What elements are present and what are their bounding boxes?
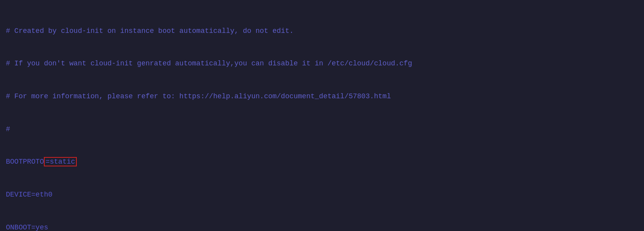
- onboot-line: ONBOOT=yes: [6, 222, 638, 231]
- code-editor: # Created by cloud-init on instance boot…: [6, 4, 638, 231]
- comment-line-1: # Created by cloud-init on instance boot…: [6, 26, 638, 37]
- device-line: DEVICE=eth0: [6, 189, 638, 200]
- comment-line-4: #: [6, 124, 638, 135]
- bootproto-line: BOOTPROTO=static: [6, 157, 638, 168]
- bootproto-highlight: =static: [44, 157, 77, 166]
- bootproto-key: BOOTPROTO: [6, 158, 44, 166]
- comment-line-2: # If you don't want cloud-init genrated …: [6, 58, 638, 69]
- comment-line-3: # For more information, please refer to:…: [6, 91, 638, 102]
